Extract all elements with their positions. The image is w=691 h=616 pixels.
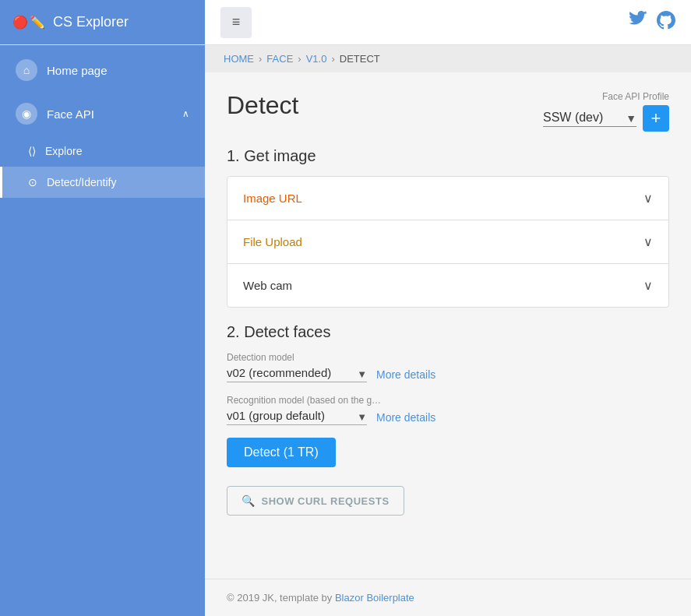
sidebar-item-detect-label: Detect/Identify	[47, 176, 117, 188]
web-cam-chevron-icon: ∨	[643, 278, 653, 293]
recognition-model-row: v01 (group default) ▼ More details	[227, 409, 669, 425]
explore-icon: ⟨⟩	[28, 145, 36, 157]
twitter-button[interactable]	[629, 11, 647, 34]
recognition-model-select-wrapper: v01 (group default) ▼	[227, 409, 367, 425]
footer-text: © 2019 JK, template by	[227, 592, 335, 604]
hamburger-button[interactable]: ≡	[220, 7, 252, 38]
face-api-chevron: ∧	[182, 108, 189, 119]
page-title: Detect	[227, 91, 298, 120]
sidebar-item-face-api-label: Face API	[47, 107, 173, 121]
page-header: Detect Face API Profile SSW (dev) ▼ +	[227, 91, 669, 132]
detection-model-more-details[interactable]: More details	[376, 368, 435, 381]
detection-model-select-wrapper: v02 (recommended) ▼	[227, 366, 367, 382]
detect-icon: ⊙	[28, 176, 37, 188]
footer-link[interactable]: Blazor Boilerplate	[335, 592, 414, 604]
face-api-icon: ◉	[16, 103, 37, 125]
social-icons	[629, 11, 675, 34]
profile-selector: Face API Profile SSW (dev) ▼ +	[513, 91, 669, 132]
accordion-web-cam[interactable]: Web cam ∨	[227, 264, 668, 307]
accordion-image-url[interactable]: Image URL ∨	[227, 177, 668, 220]
file-upload-label: File Upload	[243, 235, 302, 248]
web-cam-label: Web cam	[243, 279, 292, 292]
sidebar-item-detect[interactable]: ⊙ Detect/Identify	[0, 167, 205, 198]
accordion-file-upload[interactable]: File Upload ∨	[227, 220, 668, 264]
main-layout: ⌂ Home page ◉ Face API ∧ ⟨⟩ Explore ⊙ De…	[0, 45, 691, 616]
page-content: Detect Face API Profile SSW (dev) ▼ +	[205, 72, 691, 579]
detection-model-label: Detection model	[227, 352, 669, 363]
detection-model-select[interactable]: v02 (recommended)	[227, 366, 367, 379]
image-url-chevron-icon: ∨	[643, 191, 653, 206]
breadcrumb-sep-3: ›	[331, 53, 334, 65]
recognition-model-select[interactable]: v01 (group default)	[227, 409, 367, 422]
breadcrumb-home[interactable]: HOME	[224, 53, 254, 65]
image-url-label: Image URL	[243, 192, 302, 205]
sidebar-item-face-api[interactable]: ◉ Face API ∧	[0, 92, 205, 136]
icon-right: ✏️	[30, 15, 45, 30]
app-icon: 🔴 ✏️	[12, 15, 45, 30]
breadcrumb-face[interactable]: FACE	[266, 53, 293, 65]
add-profile-button[interactable]: +	[643, 105, 669, 132]
sidebar-item-explore-label: Explore	[45, 145, 82, 157]
footer: © 2019 JK, template by Blazor Boilerplat…	[205, 579, 691, 616]
app-title: CS Explorer	[53, 14, 129, 30]
app-branding: 🔴 ✏️ CS Explorer	[0, 0, 205, 44]
breadcrumb-detect: DETECT	[340, 53, 380, 65]
curl-search-icon: 🔍	[241, 495, 256, 507]
breadcrumb-sep-1: ›	[259, 53, 262, 65]
sidebar-item-explore[interactable]: ⟨⟩ Explore	[0, 136, 205, 167]
section-detect-faces: 2. Detect faces Detection model v02 (rec…	[227, 323, 669, 516]
sidebar: ⌂ Home page ◉ Face API ∧ ⟨⟩ Explore ⊙ De…	[0, 45, 205, 616]
github-icon	[657, 11, 675, 30]
profile-select[interactable]: SSW (dev)	[543, 111, 636, 124]
detection-model-row: v02 (recommended) ▼ More details	[227, 366, 669, 382]
breadcrumb-v1[interactable]: V1.0	[306, 53, 327, 65]
icon-left: 🔴	[12, 15, 28, 30]
recognition-model-more-details[interactable]: More details	[376, 411, 435, 424]
curl-button-label: SHOW CURL REQUESTS	[262, 495, 390, 507]
content-area: HOME › FACE › V1.0 › DETECT Detect Face …	[205, 45, 691, 616]
home-icon: ⌂	[16, 59, 37, 81]
recognition-model-label: Recognition model (based on the g…	[227, 395, 669, 406]
section-get-image: 1. Get image Image URL ∨ File Upload ∨ W…	[227, 147, 669, 308]
section2-title: 2. Detect faces	[227, 323, 669, 341]
profile-select-wrapper: SSW (dev) ▼	[543, 111, 636, 127]
detection-model-group: Detection model v02 (recommended) ▼ More…	[227, 352, 669, 382]
profile-select-row: SSW (dev) ▼ +	[543, 105, 669, 132]
breadcrumb-sep-2: ›	[298, 53, 301, 65]
top-bar: 🔴 ✏️ CS Explorer ≡	[0, 0, 691, 45]
sidebar-item-home-label: Home page	[47, 64, 189, 77]
top-bar-right: ≡	[205, 0, 691, 44]
face-api-sub-items: ⟨⟩ Explore ⊙ Detect/Identify	[0, 136, 205, 198]
breadcrumb: HOME › FACE › V1.0 › DETECT	[205, 45, 691, 72]
github-button[interactable]	[657, 11, 675, 34]
detect-button[interactable]: Detect (1 TR)	[227, 438, 336, 467]
file-upload-chevron-icon: ∨	[643, 234, 653, 249]
section1-title: 1. Get image	[227, 147, 669, 165]
recognition-model-group: Recognition model (based on the g… v01 (…	[227, 395, 669, 425]
show-curl-button[interactable]: 🔍 SHOW CURL REQUESTS	[227, 486, 404, 516]
image-source-accordion: Image URL ∨ File Upload ∨ Web cam ∨	[227, 176, 669, 308]
sidebar-item-home[interactable]: ⌂ Home page	[0, 48, 205, 92]
profile-label: Face API Profile	[602, 91, 669, 102]
twitter-icon	[629, 11, 647, 30]
